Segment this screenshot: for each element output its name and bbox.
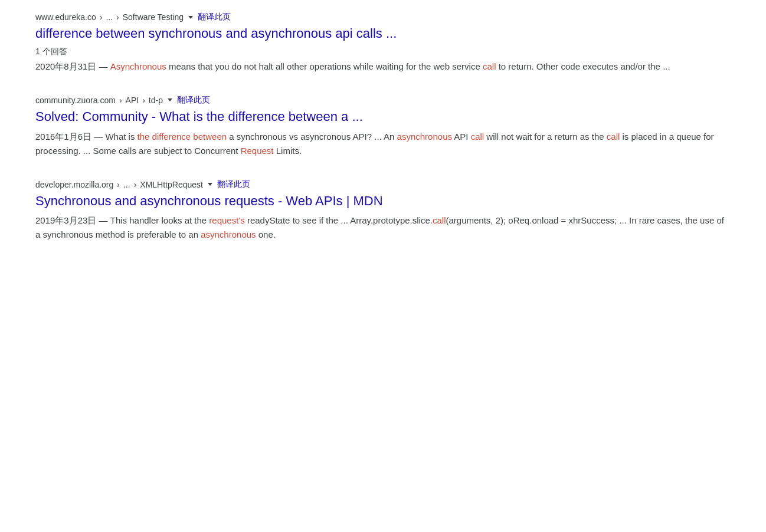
snippet-highlight-red: call bbox=[483, 61, 496, 71]
result-meta: 1 个回答 bbox=[35, 47, 731, 57]
result-title[interactable]: difference between synchronous and async… bbox=[35, 25, 731, 43]
breadcrumb-separator: › bbox=[117, 180, 120, 189]
dropdown-arrow-icon[interactable] bbox=[208, 183, 212, 186]
snippet-highlight-red: asynchronous bbox=[397, 132, 452, 142]
snippet-text: to return. Other code executes and/or th… bbox=[496, 61, 670, 71]
breadcrumb-item: ... bbox=[123, 180, 130, 189]
result-title[interactable]: Synchronous and asynchronous requests - … bbox=[35, 192, 731, 211]
result-title[interactable]: Solved: Community - What is the differen… bbox=[35, 108, 731, 126]
search-results-container: www.edureka.co › ... › Software Testing翻… bbox=[35, 12, 731, 242]
breadcrumb-separator: › bbox=[100, 12, 103, 22]
snippet-text: — What is bbox=[91, 132, 138, 142]
search-result-item: community.zuora.com › API › td-p翻译此页Solv… bbox=[35, 95, 731, 158]
dropdown-arrow-icon[interactable] bbox=[168, 98, 172, 101]
snippet-text: — bbox=[96, 61, 110, 71]
breadcrumb-separator: › bbox=[119, 96, 122, 105]
breadcrumb-separator: › bbox=[142, 96, 145, 105]
breadcrumb-item: ... bbox=[106, 12, 113, 22]
result-snippet: 2019年3月23日 — This handler looks at the r… bbox=[35, 214, 731, 242]
snippet-text: one. bbox=[256, 229, 276, 239]
breadcrumb-item: API bbox=[126, 96, 139, 105]
snippet-text: Limits. bbox=[274, 146, 302, 156]
result-date: 2020年8月31日 bbox=[35, 61, 96, 71]
snippet-highlight-red: the difference between bbox=[138, 132, 227, 142]
snippet-highlight-red: Request bbox=[241, 146, 274, 156]
breadcrumb-separator: › bbox=[116, 12, 119, 22]
result-snippet: 2016年1月6日 — What is the difference betwe… bbox=[35, 130, 731, 158]
result-date: 2016年1月6日 bbox=[35, 132, 91, 142]
snippet-highlight-red: asynchronous bbox=[201, 229, 256, 239]
snippet-text: — This handler looks at the bbox=[96, 215, 209, 225]
snippet-highlight-red: call bbox=[607, 132, 620, 142]
result-url: developer.mozilla.org bbox=[35, 180, 113, 189]
result-date: 2019年3月23日 bbox=[35, 215, 96, 225]
snippet-highlight-red: call bbox=[471, 132, 485, 142]
snippet-text: readyState to see if the ... Array.proto… bbox=[245, 215, 433, 225]
breadcrumb-item: XMLHttpRequest bbox=[140, 180, 203, 189]
translate-link[interactable]: 翻译此页 bbox=[217, 179, 250, 190]
snippet-highlight-red: call bbox=[433, 215, 446, 225]
snippet-text: API bbox=[452, 132, 471, 142]
translate-link[interactable]: 翻译此页 bbox=[177, 95, 210, 106]
snippet-text: a synchronous vs asyncronous API? ... An bbox=[227, 132, 397, 142]
result-snippet: 2020年8月31日 — Asynchronous means that you… bbox=[35, 60, 731, 74]
result-url-line: community.zuora.com › API › td-p翻译此页 bbox=[35, 95, 731, 106]
translate-link[interactable]: 翻译此页 bbox=[198, 12, 231, 22]
search-result-item: developer.mozilla.org › ... › XMLHttpReq… bbox=[35, 179, 731, 242]
snippet-highlight-red: Asynchronous bbox=[110, 61, 166, 71]
snippet-text: means that you do not halt all other ope… bbox=[166, 61, 483, 71]
snippet-text: will not wait for a return as the bbox=[484, 132, 607, 142]
breadcrumb-separator: › bbox=[134, 180, 137, 189]
result-url-line: www.edureka.co › ... › Software Testing翻… bbox=[35, 12, 731, 22]
search-result-item: www.edureka.co › ... › Software Testing翻… bbox=[35, 12, 731, 74]
result-url-line: developer.mozilla.org › ... › XMLHttpReq… bbox=[35, 179, 731, 190]
snippet-highlight-red: request's bbox=[209, 215, 244, 225]
breadcrumb-item: td-p bbox=[149, 96, 163, 105]
breadcrumb-item: Software Testing bbox=[123, 12, 184, 22]
dropdown-arrow-icon[interactable] bbox=[188, 16, 193, 19]
result-url: www.edureka.co bbox=[35, 12, 96, 22]
result-url: community.zuora.com bbox=[35, 96, 116, 105]
